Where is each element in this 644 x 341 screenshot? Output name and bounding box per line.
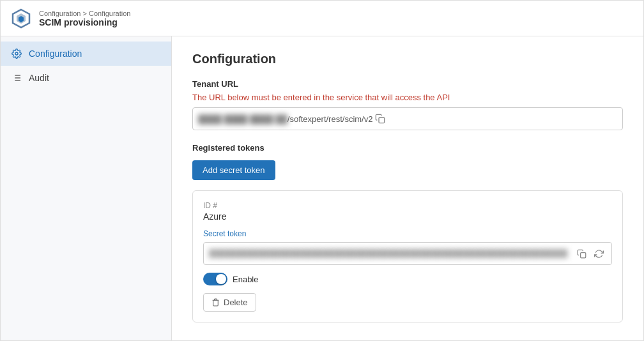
main-layout: Configuration Audit Configurati: [1, 36, 643, 340]
svg-rect-10: [379, 117, 385, 123]
app-logo: [11, 8, 31, 29]
svg-point-3: [15, 52, 18, 55]
enable-toggle-row: Enable: [203, 273, 612, 285]
app-container: Configuration > Configuration SCIM provi…: [0, 0, 644, 341]
refresh-secret-button[interactable]: [592, 246, 606, 261]
delete-label: Delete: [224, 298, 248, 307]
main-content: Configuration Tenant URL The URL below m…: [172, 36, 643, 340]
list-icon: [11, 72, 22, 84]
tenant-url-input-row: ████ ████ ████ ██ /softexpert/rest/scim/…: [192, 107, 623, 130]
app-title: SCIM provisioning: [39, 17, 130, 27]
header-text: Configuration > Configuration SCIM provi…: [39, 10, 130, 27]
sidebar: Configuration Audit: [1, 36, 172, 340]
secret-token-label: Secret token: [203, 229, 612, 238]
sidebar-item-configuration[interactable]: Configuration: [1, 42, 171, 66]
copy-secret-button[interactable]: [574, 246, 589, 261]
enable-toggle[interactable]: [203, 273, 227, 285]
secret-token-input-row: ████████████████████████████████████████…: [203, 242, 612, 265]
tenant-url-label: Tenant URL: [192, 79, 623, 89]
breadcrumb: Configuration > Configuration: [39, 10, 130, 17]
page-title: Configuration: [192, 52, 623, 66]
tenant-url-hint: The URL below must be entered in the ser…: [192, 93, 623, 102]
delete-button[interactable]: Delete: [203, 293, 256, 312]
sidebar-item-audit[interactable]: Audit: [1, 66, 171, 90]
trash-icon: [211, 298, 220, 307]
gear-icon: [11, 48, 22, 59]
tenant-url-blurred: ████ ████ ████ ██: [198, 114, 288, 124]
copy-url-button[interactable]: [372, 111, 388, 126]
header: Configuration > Configuration SCIM provi…: [1, 1, 643, 36]
sidebar-item-audit-label: Audit: [29, 73, 49, 83]
secret-token-value: ████████████████████████████████████████…: [209, 249, 572, 258]
add-secret-token-button[interactable]: Add secret token: [192, 160, 275, 180]
sidebar-item-configuration-label: Configuration: [29, 49, 82, 59]
svg-rect-11: [581, 252, 586, 257]
toggle-knob: [216, 274, 226, 284]
tenant-url-suffix: /softexpert/rest/scim/v2: [288, 114, 373, 124]
enable-label: Enable: [233, 275, 258, 284]
token-card: ID # Azure Secret token ████████████████…: [192, 190, 623, 322]
token-name: Azure: [203, 211, 612, 222]
registered-tokens-label: Registered tokens: [192, 143, 623, 153]
token-id-label: ID #: [203, 201, 612, 210]
